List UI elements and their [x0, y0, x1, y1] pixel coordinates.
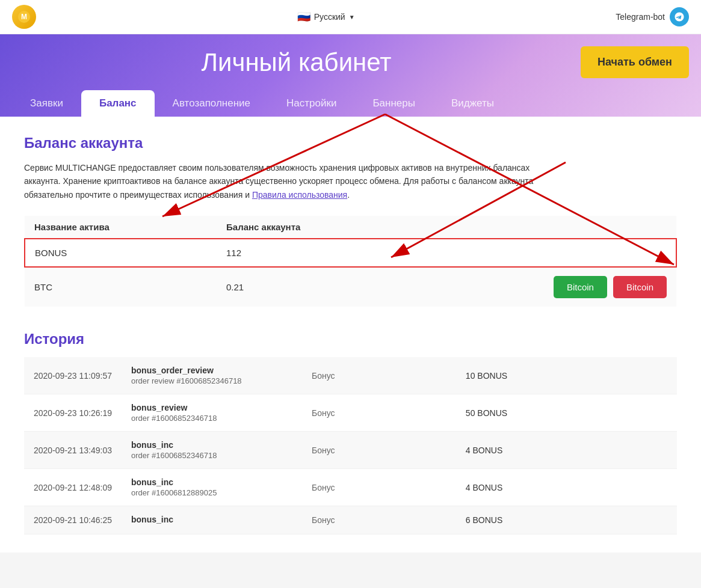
table-row: BONUS 112: [25, 239, 676, 267]
nav-tabs: Заявки Баланс Автозаполнение Настройки Б…: [12, 90, 689, 117]
header: Личный кабинет Начать обмен Заявки Балан…: [0, 34, 701, 117]
history-datetime: 2020-09-23 11:09:57: [24, 357, 122, 394]
bitcoin-deposit-button[interactable]: Bitcoin: [554, 276, 607, 298]
history-event-title: bonus_inc: [131, 515, 292, 524]
history-type: Бонус: [302, 394, 456, 432]
flag-icon: 🇷🇺: [297, 10, 310, 23]
history-datetime: 2020-09-21 13:49:03: [24, 432, 122, 469]
history-event-title: bonus_order_review: [131, 366, 292, 375]
history-row: 2020-09-21 13:49:03 bonus_inc order #160…: [24, 432, 677, 469]
history-datetime: 2020-09-21 12:48:09: [24, 469, 122, 506]
language-selector[interactable]: 🇷🇺 Русский ▼: [297, 10, 355, 23]
bitcoin-withdraw-button[interactable]: Bitcoin: [613, 276, 667, 298]
history-event: bonus_inc order #16006852346718: [122, 432, 302, 469]
history-event: bonus_order_review order review #1600685…: [122, 357, 302, 394]
history-datetime: 2020-09-21 10:46:25: [24, 506, 122, 534]
telegram-bot-link[interactable]: Telegram-bot: [616, 7, 689, 26]
tab-balans[interactable]: Баланс: [81, 90, 155, 117]
asset-balance-btc: 0.21: [217, 267, 407, 307]
balance-table-wrapper: Название актива Баланс аккаунта BONUS 11…: [24, 216, 677, 307]
history-event: bonus_inc order #16006812889025: [122, 469, 302, 506]
asset-actions-btc: Bitcoin Bitcoin: [407, 267, 676, 307]
balance-section-title: Баланс аккаунта: [24, 135, 677, 152]
asset-name-bonus: BONUS: [25, 239, 217, 267]
tab-avtozapolnenie[interactable]: Автозаполнение: [155, 90, 269, 117]
logo-area: M: [12, 5, 36, 29]
history-type: Бонус: [302, 506, 456, 534]
header-content: Личный кабинет Начать обмен: [12, 46, 689, 90]
asset-name-btc: BTC: [25, 267, 217, 307]
tab-zayavki[interactable]: Заявки: [12, 90, 81, 117]
page-title: Личный кабинет: [12, 48, 581, 77]
svg-text:M: M: [21, 13, 27, 21]
balance-description-end: .: [347, 190, 350, 200]
col-asset-header: Название актива: [25, 216, 217, 239]
col-actions-header: [407, 216, 676, 239]
history-event-subtitle: order #16006852346718: [131, 414, 292, 423]
history-datetime: 2020-09-23 10:26:19: [24, 394, 122, 432]
history-event-title: bonus_inc: [131, 477, 292, 487]
history-amount: 6 BONUS: [456, 506, 677, 534]
history-amount: 4 BONUS: [456, 432, 677, 469]
history-event: bonus_inc: [122, 506, 302, 534]
history-type: Бонус: [302, 432, 456, 469]
chevron-down-icon: ▼: [349, 14, 355, 20]
history-row: 2020-09-21 10:46:25 bonus_inc Бонус 6 BO…: [24, 506, 677, 534]
col-balance-header: Баланс аккаунта: [217, 216, 407, 239]
history-event-subtitle: order review #16006852346718: [131, 376, 292, 385]
history-table: 2020-09-23 11:09:57 bonus_order_review o…: [24, 357, 677, 534]
history-amount: 50 BONUS: [456, 394, 677, 432]
history-event-title: bonus_review: [131, 403, 292, 412]
tab-vidzhety[interactable]: Виджеты: [433, 90, 512, 117]
rules-link[interactable]: Правила использования: [252, 190, 347, 200]
tab-bannery[interactable]: Баннеры: [354, 90, 433, 117]
btc-action-buttons: Bitcoin Bitcoin: [416, 276, 667, 298]
telegram-icon: [670, 7, 689, 26]
top-bar: M 🇷🇺 Русский ▼ Telegram-bot: [0, 0, 701, 34]
main-content: Баланс аккаунта Сервис MULTICHANGE предо…: [0, 117, 701, 553]
history-section-title: История: [24, 331, 677, 348]
history-event-title: bonus_inc: [131, 440, 292, 450]
balance-description: Сервис MULTICHANGE предоставляет своим п…: [24, 161, 566, 201]
history-amount: 10 BONUS: [456, 357, 677, 394]
tab-nastroyki[interactable]: Настройки: [268, 90, 354, 117]
history-amount: 4 BONUS: [456, 469, 677, 506]
history-row: 2020-09-23 10:26:19 bonus_review order #…: [24, 394, 677, 432]
start-exchange-button[interactable]: Начать обмен: [581, 46, 689, 78]
asset-balance-bonus: 112: [217, 239, 407, 267]
table-row: BTC 0.21 Bitcoin Bitcoin: [25, 267, 676, 307]
balance-table: Название актива Баланс аккаунта BONUS 11…: [24, 216, 677, 307]
history-event-subtitle: order #16006852346718: [131, 451, 292, 460]
history-type: Бонус: [302, 357, 456, 394]
history-type: Бонус: [302, 469, 456, 506]
history-row: 2020-09-21 12:48:09 bonus_inc order #160…: [24, 469, 677, 506]
asset-actions-bonus: [407, 239, 676, 267]
logo-icon: M: [12, 5, 36, 29]
history-event-subtitle: order #16006812889025: [131, 488, 292, 497]
language-label: Русский: [314, 12, 345, 22]
history-event: bonus_review order #16006852346718: [122, 394, 302, 432]
telegram-bot-label: Telegram-bot: [616, 12, 665, 22]
history-row: 2020-09-23 11:09:57 bonus_order_review o…: [24, 357, 677, 394]
